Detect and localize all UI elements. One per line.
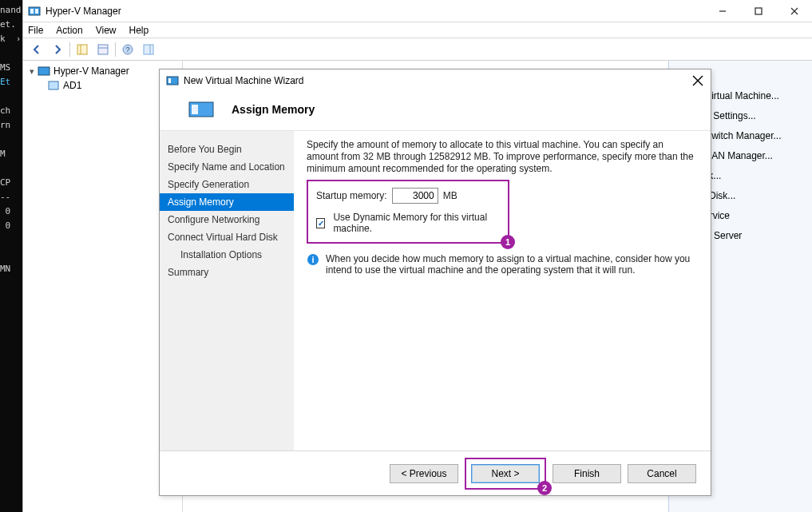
annotation-2-box: Next > 2: [465, 458, 546, 490]
help-button[interactable]: ?: [119, 41, 137, 58]
properties-button[interactable]: [94, 41, 112, 58]
svg-rect-2: [35, 9, 38, 14]
titlebar: Hyper-V Manager: [23, 0, 812, 22]
dialog-footer: < Previous Next > 2 Finish Cancel: [160, 450, 711, 495]
dialog-titlebar: New Virtual Machine Wizard: [160, 69, 711, 92]
dynamic-memory-label: Use Dynamic Memory for this virtual mach…: [333, 212, 500, 234]
svg-rect-18: [168, 78, 171, 83]
close-button[interactable]: [776, 0, 812, 22]
svg-rect-4: [755, 8, 762, 14]
forward-button[interactable]: [49, 41, 66, 58]
wizard-icon: [166, 74, 179, 87]
hyperv-window: Hyper-V Manager File Action View Help ?: [22, 0, 812, 512]
server-icon: [47, 79, 60, 92]
show-hide-tree-button[interactable]: [73, 41, 91, 58]
step-configure-network[interactable]: Configure Networking: [160, 211, 294, 228]
cancel-button[interactable]: Cancel: [628, 464, 696, 483]
tree-root-label: Hyper-V Manager: [53, 65, 129, 77]
wizard-content: Specify the amount of memory to allocate…: [294, 131, 711, 451]
maximize-button[interactable]: [740, 0, 776, 22]
wizard-steps: Before You Begin Specify Name and Locati…: [160, 131, 294, 451]
dynamic-memory-checkbox[interactable]: ✓: [316, 218, 325, 228]
startup-memory-label: Startup memory:: [316, 190, 387, 201]
step-connect-vhd[interactable]: Connect Virtual Hard Disk: [160, 228, 294, 246]
show-actions-button[interactable]: [140, 41, 157, 58]
hyperv-icon: [38, 65, 50, 77]
dialog-header: Assign Memory: [160, 92, 711, 131]
window-title: Hyper-V Manager: [46, 6, 121, 17]
step-summary[interactable]: Summary: [160, 264, 294, 281]
background-terminal: nandet.k › MSEt chrn M CP-- 0 0 MN: [0, 0, 22, 512]
step-specify-name[interactable]: Specify Name and Location: [160, 158, 294, 176]
annotation-badge-1: 1: [501, 235, 515, 249]
menu-help[interactable]: Help: [129, 25, 149, 36]
memory-info-text: When you decide how much memory to assig…: [326, 253, 698, 276]
previous-button[interactable]: < Previous: [390, 464, 458, 483]
step-assign-memory[interactable]: Assign Memory: [160, 193, 294, 211]
svg-text:?: ?: [125, 46, 129, 54]
step-before-you-begin[interactable]: Before You Begin: [160, 141, 294, 158]
svg-rect-9: [98, 45, 108, 54]
memory-description: Specify the amount of memory to allocate…: [307, 139, 698, 175]
menu-file[interactable]: File: [28, 25, 43, 36]
svg-rect-16: [49, 81, 58, 89]
startup-memory-unit: MB: [443, 190, 457, 201]
dialog-header-title: Assign Memory: [232, 103, 315, 116]
hyperv-icon: [28, 5, 41, 18]
tree-child-label: AD1: [63, 80, 81, 91]
menu-action[interactable]: Action: [56, 25, 82, 36]
toolbar: ?: [23, 38, 812, 61]
back-button[interactable]: [28, 41, 46, 58]
annotation-1-box: Startup memory: MB ✓ Use Dynamic Memory …: [307, 180, 509, 244]
minimize-button[interactable]: [704, 0, 740, 22]
svg-rect-7: [77, 45, 87, 54]
svg-rect-22: [192, 105, 198, 114]
step-specify-generation[interactable]: Specify Generation: [160, 176, 294, 193]
finish-button[interactable]: Finish: [553, 464, 621, 483]
annotation-badge-2: 2: [537, 481, 552, 495]
svg-rect-1: [30, 9, 34, 14]
header-icon: [188, 100, 214, 119]
new-vm-wizard-dialog: New Virtual Machine Wizard Assign Memory…: [159, 69, 711, 496]
svg-rect-15: [38, 67, 50, 75]
dialog-close-button[interactable]: [691, 74, 704, 87]
next-button[interactable]: Next >: [471, 464, 540, 483]
menubar: File Action View Help: [23, 22, 812, 38]
svg-text:i: i: [311, 255, 314, 264]
menu-view[interactable]: View: [96, 25, 117, 36]
dialog-title: New Virtual Machine Wizard: [184, 75, 304, 86]
startup-memory-input[interactable]: [392, 188, 438, 204]
step-install-options[interactable]: Installation Options: [160, 246, 294, 264]
svg-rect-13: [144, 45, 153, 54]
info-icon: i: [307, 253, 319, 266]
